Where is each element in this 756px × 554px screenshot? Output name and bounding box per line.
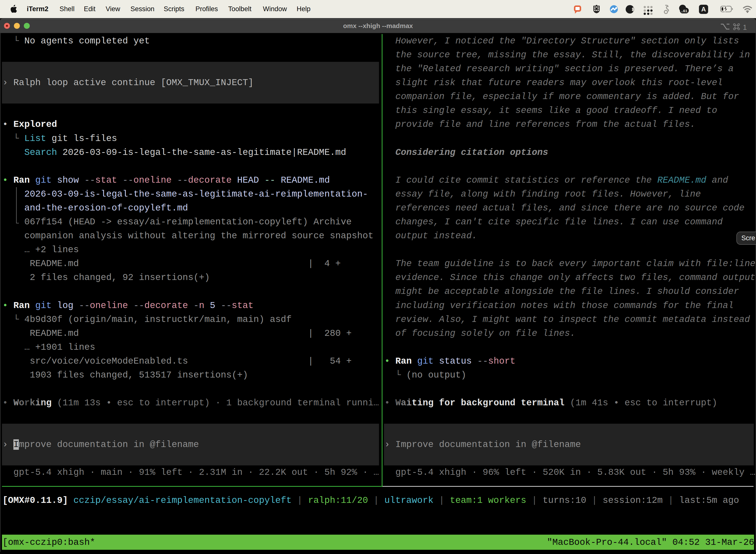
svg-text:..61: ..61 [681, 9, 687, 13]
svg-text:1: 1 [743, 23, 747, 30]
